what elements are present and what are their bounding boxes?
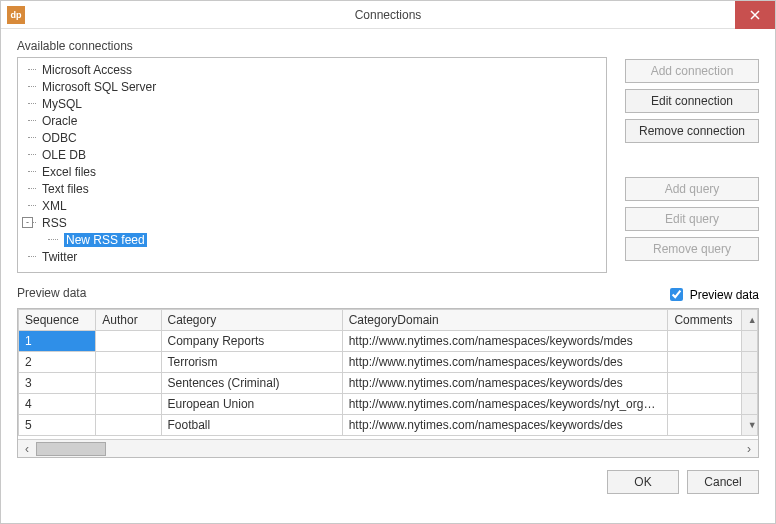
- col-header-categorydomain[interactable]: CategoryDomain: [342, 310, 668, 331]
- tree-item-label: RSS: [42, 216, 67, 230]
- tree-item[interactable]: Excel files: [20, 164, 604, 181]
- remove-connection-button[interactable]: Remove connection: [625, 119, 759, 143]
- preview-table: Sequence Author Category CategoryDomain …: [18, 309, 758, 436]
- table-cell: [96, 331, 161, 352]
- cancel-button[interactable]: Cancel: [687, 470, 759, 494]
- ok-button[interactable]: OK: [607, 470, 679, 494]
- table-cell: 1: [19, 331, 96, 352]
- table-cell: 3: [19, 373, 96, 394]
- table-cell: [741, 352, 757, 373]
- table-cell: 4: [19, 394, 96, 415]
- dialog-footer: OK Cancel: [17, 458, 759, 494]
- tree-item[interactable]: Twitter: [20, 249, 604, 266]
- scroll-right-icon[interactable]: ›: [740, 440, 758, 458]
- table-cell: [96, 373, 161, 394]
- upper-section: Microsoft Access Microsoft SQL Server My…: [17, 57, 759, 273]
- preview-header: Preview data Preview data: [17, 285, 759, 304]
- tree-item[interactable]: ODBC: [20, 130, 604, 147]
- preview-grid: Sequence Author Category CategoryDomain …: [17, 308, 759, 458]
- app-icon: dp: [7, 6, 25, 24]
- table-cell: [741, 331, 757, 352]
- scroll-left-icon[interactable]: ‹: [18, 440, 36, 458]
- tree-item[interactable]: Text files: [20, 181, 604, 198]
- table-cell: [96, 415, 161, 436]
- table-cell: ▼: [741, 415, 757, 436]
- tree-item[interactable]: Oracle: [20, 113, 604, 130]
- table-header-row: Sequence Author Category CategoryDomain …: [19, 310, 758, 331]
- connection-buttons: Add connection Edit connection Remove co…: [625, 57, 759, 273]
- table-row[interactable]: 1Company Reportshttp://www.nytimes.com/n…: [19, 331, 758, 352]
- scrollbar-track[interactable]: [36, 440, 740, 458]
- table-cell: Company Reports: [161, 331, 342, 352]
- col-header-author[interactable]: Author: [96, 310, 161, 331]
- scroll-up-icon[interactable]: ▲: [741, 310, 757, 331]
- table-cell: [741, 394, 757, 415]
- table-cell: [668, 352, 741, 373]
- col-header-sequence[interactable]: Sequence: [19, 310, 96, 331]
- table-cell: [668, 415, 741, 436]
- table-cell: http://www.nytimes.com/namespaces/keywor…: [342, 373, 668, 394]
- collapse-icon[interactable]: -: [22, 217, 33, 228]
- table-cell: 2: [19, 352, 96, 373]
- preview-data-checkbox-label: Preview data: [690, 288, 759, 302]
- tree-item-rss[interactable]: - RSS: [20, 215, 604, 232]
- close-button[interactable]: [735, 1, 775, 29]
- preview-data-checkbox[interactable]: Preview data: [666, 285, 759, 304]
- available-connections-label: Available connections: [17, 39, 759, 53]
- table-cell: http://www.nytimes.com/namespaces/keywor…: [342, 352, 668, 373]
- table-cell: [668, 394, 741, 415]
- scrollbar-thumb[interactable]: [36, 442, 106, 456]
- titlebar: dp Connections: [1, 1, 775, 29]
- table-cell: 5: [19, 415, 96, 436]
- dialog-content: Available connections Microsoft Access M…: [1, 29, 775, 523]
- tree-item[interactable]: Microsoft SQL Server: [20, 79, 604, 96]
- table-cell: Football: [161, 415, 342, 436]
- grid-scroll-area[interactable]: Sequence Author Category CategoryDomain …: [18, 309, 758, 439]
- tree-item[interactable]: MySQL: [20, 96, 604, 113]
- table-cell: Terrorism: [161, 352, 342, 373]
- col-header-category[interactable]: Category: [161, 310, 342, 331]
- col-header-comments[interactable]: Comments: [668, 310, 741, 331]
- connections-tree[interactable]: Microsoft Access Microsoft SQL Server My…: [17, 57, 607, 273]
- table-cell: http://www.nytimes.com/namespaces/keywor…: [342, 394, 668, 415]
- window-title: Connections: [1, 8, 775, 22]
- tree-item[interactable]: Microsoft Access: [20, 62, 604, 79]
- add-query-button[interactable]: Add query: [625, 177, 759, 201]
- table-cell: http://www.nytimes.com/namespaces/keywor…: [342, 331, 668, 352]
- edit-connection-button[interactable]: Edit connection: [625, 89, 759, 113]
- table-row[interactable]: 2Terrorismhttp://www.nytimes.com/namespa…: [19, 352, 758, 373]
- tree-item[interactable]: OLE DB: [20, 147, 604, 164]
- add-connection-button[interactable]: Add connection: [625, 59, 759, 83]
- table-cell: http://www.nytimes.com/namespaces/keywor…: [342, 415, 668, 436]
- dialog-window: dp Connections Available connections Mic…: [0, 0, 776, 524]
- tree-item[interactable]: XML: [20, 198, 604, 215]
- remove-query-button[interactable]: Remove query: [625, 237, 759, 261]
- tree-item-label-selected: New RSS feed: [64, 233, 147, 247]
- table-cell: European Union: [161, 394, 342, 415]
- table-cell: Sentences (Criminal): [161, 373, 342, 394]
- table-row[interactable]: 3Sentences (Criminal)http://www.nytimes.…: [19, 373, 758, 394]
- tree-item-new-rss-feed[interactable]: New RSS feed: [20, 232, 604, 249]
- edit-query-button[interactable]: Edit query: [625, 207, 759, 231]
- table-row[interactable]: 5Footballhttp://www.nytimes.com/namespac…: [19, 415, 758, 436]
- preview-data-checkbox-input[interactable]: [670, 288, 683, 301]
- close-icon: [750, 10, 760, 20]
- preview-data-label: Preview data: [17, 286, 86, 300]
- table-cell: [96, 352, 161, 373]
- horizontal-scrollbar[interactable]: ‹ ›: [18, 439, 758, 457]
- table-cell: [668, 331, 741, 352]
- table-cell: [668, 373, 741, 394]
- table-row[interactable]: 4European Unionhttp://www.nytimes.com/na…: [19, 394, 758, 415]
- table-cell: [741, 373, 757, 394]
- table-cell: [96, 394, 161, 415]
